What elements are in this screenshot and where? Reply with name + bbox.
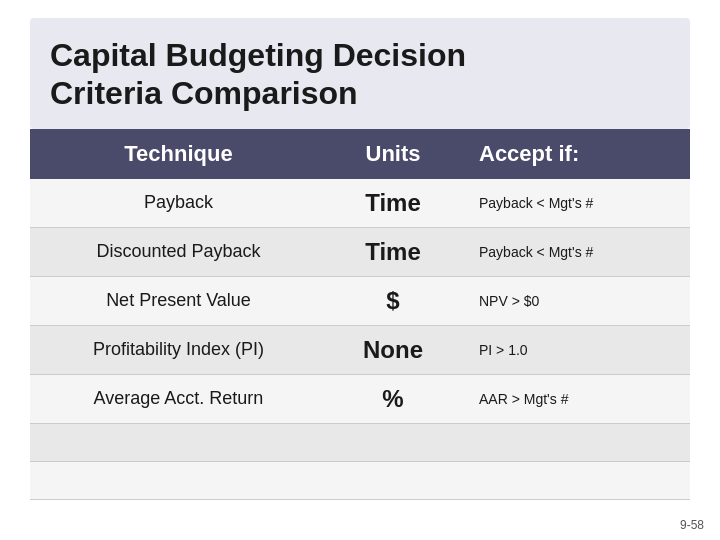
title-area: Capital Budgeting Decision Criteria Comp…	[30, 18, 690, 129]
cell-accept	[459, 461, 690, 499]
slide-number: 9-58	[680, 518, 704, 532]
table-row	[30, 461, 690, 499]
table-row: Average Acct. Return%AAR > Mgt's #	[30, 374, 690, 423]
page-title: Capital Budgeting Decision Criteria Comp…	[50, 36, 670, 113]
cell-technique: Average Acct. Return	[30, 374, 327, 423]
cell-technique: Profitability Index (PI)	[30, 325, 327, 374]
table-row: Profitability Index (PI)NonePI > 1.0	[30, 325, 690, 374]
col-technique: Technique	[30, 129, 327, 179]
table-wrapper: Technique Units Accept if: PaybackTimePa…	[30, 129, 690, 530]
cell-units	[327, 423, 459, 461]
cell-technique: Payback	[30, 179, 327, 228]
page-container: Capital Budgeting Decision Criteria Comp…	[0, 0, 720, 540]
title-line2: Criteria Comparison	[50, 75, 358, 111]
title-line1: Capital Budgeting Decision	[50, 37, 466, 73]
table-row: PaybackTimePayback < Mgt's #	[30, 179, 690, 228]
cell-accept: PI > 1.0	[459, 325, 690, 374]
cell-accept: NPV > $0	[459, 276, 690, 325]
cell-units: Time	[327, 179, 459, 228]
table-row: Net Present Value$NPV > $0	[30, 276, 690, 325]
col-units: Units	[327, 129, 459, 179]
cell-technique	[30, 461, 327, 499]
table-header-row: Technique Units Accept if:	[30, 129, 690, 179]
cell-units: None	[327, 325, 459, 374]
cell-units	[327, 461, 459, 499]
cell-technique	[30, 423, 327, 461]
cell-units: $	[327, 276, 459, 325]
table-row	[30, 423, 690, 461]
cell-accept: Payback < Mgt's #	[459, 179, 690, 228]
cell-units: Time	[327, 227, 459, 276]
cell-technique: Discounted Payback	[30, 227, 327, 276]
cell-accept	[459, 423, 690, 461]
cell-accept: Payback < Mgt's #	[459, 227, 690, 276]
table-row: Discounted PaybackTimePayback < Mgt's #	[30, 227, 690, 276]
comparison-table: Technique Units Accept if: PaybackTimePa…	[30, 129, 690, 500]
col-accept: Accept if:	[459, 129, 690, 179]
cell-technique: Net Present Value	[30, 276, 327, 325]
cell-units: %	[327, 374, 459, 423]
cell-accept: AAR > Mgt's #	[459, 374, 690, 423]
